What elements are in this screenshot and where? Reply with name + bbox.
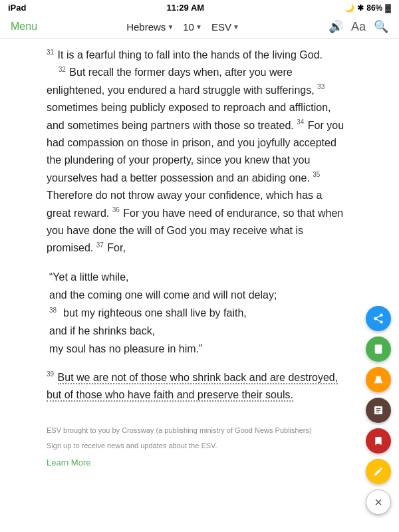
- learn-more-link[interactable]: Learn More: [47, 458, 90, 467]
- battery-label: 86%: [366, 3, 382, 13]
- bookmark-red-fab[interactable]: [366, 428, 391, 454]
- poetry-line-2: 38 but my righteous one shall live by fa…: [49, 304, 346, 322]
- verse-32-text: But recall the former days when, after y…: [47, 66, 315, 95]
- menu-button[interactable]: Menu: [11, 21, 37, 33]
- nav-selectors: Hebrews ▼ 10 ▼ ESV ▼: [124, 20, 242, 34]
- svg-rect-1: [376, 376, 381, 380]
- book-selector[interactable]: Hebrews ▼: [124, 20, 176, 34]
- footer-section: ESV brought to you by Crossway (a publis…: [0, 412, 399, 483]
- chapter-selector[interactable]: 10 ▼: [180, 20, 205, 34]
- note-fab[interactable]: [366, 398, 391, 423]
- verse-39-text: But we are not of those who shrink back …: [47, 372, 338, 402]
- verse-31: 31 It is a fearful thing to fall into th…: [47, 47, 346, 64]
- share-fab[interactable]: [366, 306, 391, 331]
- translation-chevron-icon: ▼: [233, 23, 239, 31]
- verse-number-35: 35: [313, 171, 320, 178]
- book-label: Hebrews: [126, 21, 166, 33]
- verse-number-33: 33: [317, 83, 325, 90]
- chapter-label: 10: [183, 21, 194, 33]
- verse-33-text: sometimes being publicly exposed to repr…: [47, 102, 331, 130]
- status-bar: iPad 11:29 AM 🌙 ✱ 86% ▓: [0, 0, 399, 15]
- text-size-icon[interactable]: Aa: [351, 20, 366, 34]
- translation-selector[interactable]: ESV ▼: [209, 20, 242, 34]
- bluetooth-icon: ✱: [357, 3, 364, 13]
- chapter-chevron-icon: ▼: [196, 23, 202, 31]
- svg-rect-0: [375, 344, 382, 353]
- verse-number-37: 37: [96, 241, 104, 249]
- verse-number-31: 31: [47, 49, 54, 56]
- verse-37-text: For,: [107, 242, 126, 253]
- verse-31-text: It is a fearful thing to fall into the h…: [58, 49, 323, 61]
- translation-label: ESV: [211, 21, 231, 33]
- search-icon[interactable]: 🔍: [374, 19, 388, 34]
- battery-icon: ▓: [385, 3, 391, 13]
- signup-text: Sign up to receive news and updates abou…: [47, 440, 352, 452]
- close-icon: ×: [374, 495, 382, 509]
- verse-number-36: 36: [112, 206, 120, 213]
- nav-icons: 🔊 Aa 🔍: [329, 19, 388, 34]
- edit-fab[interactable]: [366, 459, 391, 484]
- verse-number-34: 34: [297, 118, 304, 126]
- close-fab[interactable]: ×: [366, 489, 391, 515]
- verse-number-38: 38: [49, 307, 57, 314]
- poetry-line-3: and if he shrinks back,: [49, 322, 346, 340]
- book-chevron-icon: ▼: [167, 23, 174, 31]
- poetry-intro: “Yet a little while,: [49, 268, 346, 286]
- verse-32: 32 But recall the former days when, afte…: [47, 64, 346, 257]
- carrier-label: iPad: [8, 3, 26, 13]
- poetry-line-1: and the coming one will come and will no…: [49, 286, 346, 304]
- verse-39: 39 But we are not of those who shrink ba…: [47, 369, 346, 404]
- highlight-orange-fab[interactable]: [366, 367, 391, 392]
- bookmark-green-fab[interactable]: [366, 336, 391, 362]
- clock: 11:29 AM: [167, 3, 205, 13]
- verse-number-39: 39: [47, 370, 54, 378]
- publisher-text: ESV brought to you by Crossway (a publis…: [47, 425, 352, 436]
- volume-icon[interactable]: 🔊: [329, 19, 343, 34]
- fab-container: ×: [366, 306, 391, 515]
- poetry-line-4: my soul has no pleasure in him.”: [49, 340, 346, 358]
- nav-bar: Menu Hebrews ▼ 10 ▼ ESV ▼ 🔊 Aa 🔍: [0, 15, 399, 39]
- bible-content: 31 It is a fearful thing to fall into th…: [0, 39, 399, 412]
- verse-number-32: 32: [59, 66, 66, 73]
- moon-icon: 🌙: [344, 3, 354, 13]
- status-icons: 🌙 ✱ 86% ▓: [344, 3, 391, 13]
- poetry-section: “Yet a little while, and the coming one …: [47, 268, 346, 358]
